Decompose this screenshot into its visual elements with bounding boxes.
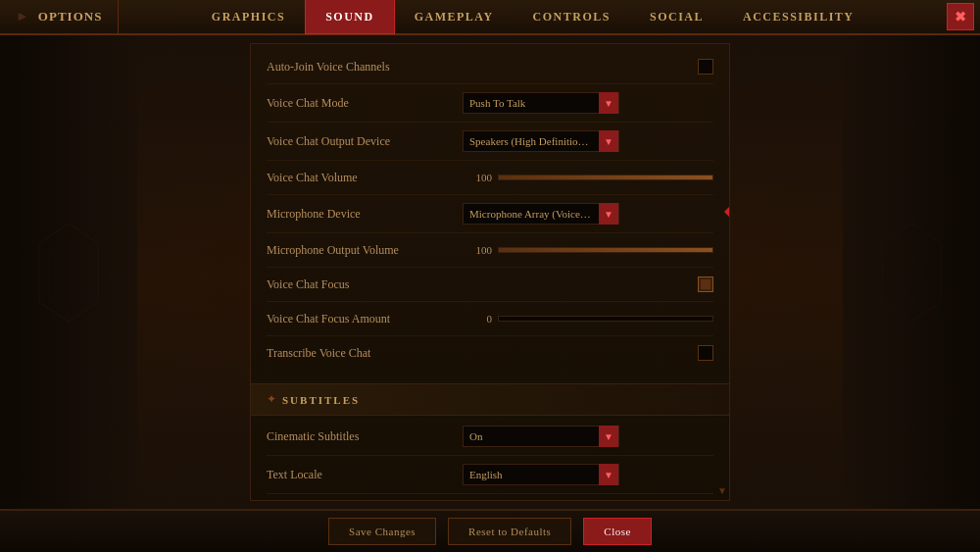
voice-volume-slider[interactable] (498, 175, 713, 180)
mic-volume-fill (499, 248, 712, 252)
text-locale-control: English ▼ (463, 464, 713, 485)
settings-scroll-container[interactable]: Auto-Join Voice Channels Voice Chat Mode… (251, 44, 729, 500)
divider-2 (267, 122, 713, 123)
voice-focus-control (463, 276, 713, 292)
mic-volume-slider[interactable] (498, 247, 713, 253)
voice-chat-mode-arrow: ▼ (599, 92, 618, 114)
focus-amount-slider[interactable] (498, 316, 713, 322)
microphone-device-value: Microphone Array (Voice.ai Audi (464, 208, 599, 220)
left-decorative-art (29, 214, 108, 331)
tab-social[interactable]: SOCIAL (630, 0, 723, 34)
main-content: Auto-Join Voice Channels Voice Chat Mode… (0, 35, 980, 509)
transcribe-label: Transcribe Voice Chat (267, 346, 463, 361)
spacer-1 (251, 368, 729, 376)
auto-join-checkbox[interactable] (698, 59, 713, 75)
cinematic-subtitles-label: Cinematic Subtitles (267, 429, 463, 444)
divider-10 (267, 493, 713, 494)
reset-defaults-button[interactable]: Reset to Defaults (448, 518, 571, 545)
tab-graphics[interactable]: GRAPHICS (192, 0, 305, 34)
divider-4 (267, 194, 713, 195)
tab-accessibility[interactable]: ACCESSIBILITY (723, 0, 874, 34)
subtitles-section-icon: ✦ (267, 392, 276, 407)
cinematic-subtitles-arrow: ▼ (599, 426, 618, 447)
voice-output-control: Speakers (High Definition Audio ▼ (463, 130, 713, 152)
mic-volume-label: Microphone Output Volume (267, 243, 463, 258)
focus-amount-value: 0 (463, 313, 492, 325)
mic-volume-control: 100 (463, 244, 713, 256)
voice-output-label: Voice Chat Output Device (267, 134, 463, 149)
close-button[interactable]: Close (583, 518, 652, 545)
voice-volume-slider-container: 100 (463, 172, 713, 183)
microphone-device-label: Microphone Device (267, 207, 463, 222)
setting-auto-join: Auto-Join Voice Channels (251, 52, 729, 81)
voice-output-dropdown[interactable]: Speakers (High Definition Audio ▼ (463, 130, 619, 152)
cinematic-subtitles-dropdown[interactable]: On ▼ (463, 426, 619, 447)
divider-5 (267, 232, 713, 233)
text-locale-dropdown[interactable]: English ▼ (463, 464, 619, 485)
cinematic-subtitles-value: On (464, 430, 599, 442)
tab-sound[interactable]: SOUND (305, 0, 395, 34)
options-label: ► OPTIONS (0, 0, 119, 33)
voice-volume-label: Voice Chat Volume (267, 171, 463, 185)
cinematic-subtitles-control: On ▼ (463, 426, 713, 447)
tab-gameplay[interactable]: GAMEPLAY (395, 0, 514, 34)
center-panel: Auto-Join Voice Channels Voice Chat Mode… (137, 35, 843, 509)
focus-amount-slider-container: 0 (463, 313, 713, 325)
voice-focus-label: Voice Chat Focus (267, 277, 463, 292)
nav-tabs: GRAPHICS SOUND GAMEPLAY CONTROLS SOCIAL … (119, 0, 947, 34)
auto-join-label: Auto-Join Voice Channels (267, 60, 463, 75)
voice-output-arrow: ▼ (599, 130, 618, 152)
focus-amount-control: 0 (463, 313, 713, 325)
tab-controls[interactable]: CONTROLS (514, 0, 630, 34)
transcribe-checkbox[interactable] (698, 345, 713, 361)
setting-text-locale: Text Locale English ▼ (251, 458, 729, 491)
voice-chat-mode-label: Voice Chat Mode (267, 96, 463, 111)
setting-speech-locale: Speech Locale English ▼ (251, 496, 729, 500)
text-locale-arrow: ▼ (599, 464, 618, 485)
divider-7 (267, 301, 713, 302)
svg-marker-4 (724, 207, 729, 217)
nav-arrow-icon: ► (16, 9, 30, 25)
divider-3 (267, 160, 713, 161)
text-locale-label: Text Locale (267, 468, 463, 482)
focus-amount-label: Voice Chat Focus Amount (267, 312, 463, 326)
voice-volume-control: 100 (463, 172, 713, 183)
save-changes-button[interactable]: Save Changes (328, 518, 436, 545)
bottom-action-bar: Save Changes Reset to Defaults Close (0, 509, 980, 552)
voice-chat-mode-dropdown[interactable]: Push To Talk ▼ (463, 92, 619, 114)
text-locale-value: English (464, 469, 599, 480)
subtitles-section-title: SUBTITLES (282, 394, 360, 406)
setting-voice-chat-mode: Voice Chat Mode Push To Talk ▼ (251, 86, 729, 120)
right-decoration-panel (843, 35, 980, 509)
setting-focus-amount: Voice Chat Focus Amount 0 (251, 304, 729, 333)
voice-chat-mode-value: Push To Talk (464, 97, 599, 109)
voice-volume-fill (499, 176, 712, 179)
voice-output-value: Speakers (High Definition Audio (464, 135, 599, 147)
divider-6 (267, 267, 713, 268)
red-arrow-indicator (724, 202, 729, 226)
microphone-device-arrow: ▼ (599, 203, 618, 225)
setting-microphone-device: Microphone Device Microphone Array (Voic… (251, 197, 729, 230)
scroll-down-indicator: ▼ (717, 485, 727, 496)
setting-mic-volume: Microphone Output Volume 100 (251, 235, 729, 265)
voice-focus-checkbox[interactable] (698, 276, 713, 292)
setting-voice-output: Voice Chat Output Device Speakers (High … (251, 125, 729, 158)
nav-close-button[interactable]: ✖ (947, 3, 974, 30)
right-decorative-art (872, 214, 951, 331)
setting-transcribe: Transcribe Voice Chat (251, 338, 729, 368)
setting-voice-focus: Voice Chat Focus (251, 270, 729, 299)
divider-9 (267, 455, 713, 456)
voice-chat-mode-control: Push To Talk ▼ (463, 92, 713, 114)
red-arrow-svg (724, 202, 729, 222)
mic-volume-slider-container: 100 (463, 244, 713, 256)
settings-panel: Auto-Join Voice Channels Voice Chat Mode… (250, 43, 730, 501)
voice-volume-value: 100 (463, 172, 492, 183)
left-decoration-panel (0, 35, 137, 509)
divider-8 (267, 335, 713, 336)
microphone-device-dropdown[interactable]: Microphone Array (Voice.ai Audi ▼ (463, 203, 619, 225)
transcribe-control (463, 345, 713, 361)
setting-cinematic-subtitles: Cinematic Subtitles On ▼ (251, 420, 729, 453)
setting-voice-volume: Voice Chat Volume 100 (251, 163, 729, 192)
divider-1 (267, 83, 713, 84)
subtitles-section-header: ✦ SUBTITLES (251, 383, 729, 416)
